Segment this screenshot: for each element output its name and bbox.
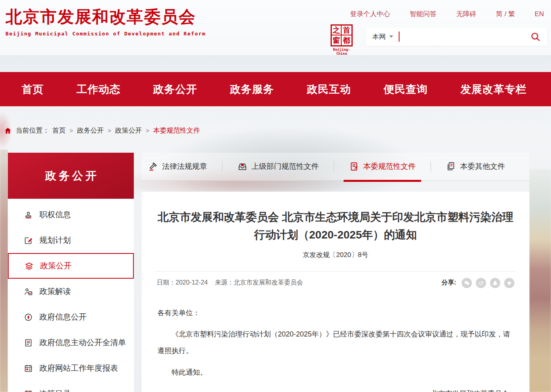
layers-icon [24, 261, 34, 271]
article-date: 2020-12-24 [176, 279, 208, 286]
article-source: 北京市发展和改革委员会 [234, 279, 303, 286]
search-button[interactable] [530, 31, 541, 42]
search-icon [530, 31, 541, 42]
tab-committee-normative-docs[interactable]: 本委规范性文件 [349, 153, 416, 181]
header-utility-links: 登录个人中心 智能问答 无障碍 简 / 繁 EN [350, 9, 544, 18]
accessibility-link[interactable]: 无障碍 [456, 9, 476, 18]
site-title: 北京市发展和改革委员会 [6, 8, 206, 26]
source-label: 来源： [215, 279, 234, 286]
tab-committee-other-docs[interactable]: 本委其他文件 [446, 153, 505, 181]
annual-report-icon [24, 364, 33, 373]
document-tabs: 法律法规规章 上级部门规范性文件 本委规范性文件 [142, 153, 529, 181]
document-number: 京发改规〔2020〕8号 [153, 250, 518, 259]
breadcrumb-home[interactable]: 首页 [52, 126, 66, 135]
sidebar-item-gov-info-disclosure[interactable]: 政府信息公开 [8, 304, 134, 330]
plan-edit-icon [24, 236, 33, 245]
english-link[interactable]: EN [534, 10, 544, 18]
search-bar: 本网 [366, 28, 547, 46]
qzone-share-icon[interactable] [504, 278, 514, 288]
tab-separator [222, 161, 222, 172]
tab-label: 上级部门规范性文件 [251, 161, 319, 172]
simplified-traditional-toggle[interactable]: 简 / 繁 [496, 9, 515, 18]
article-body: 各有关单位： 《北京市塑料污染治理行动计划（2020-2025年）》已经市委深改… [153, 288, 518, 392]
article-card: 北京市发展和改革委员会 北京市生态环境局关于印发北京市塑料污染治理行动计划（20… [142, 192, 529, 392]
seal-char: 首 [342, 26, 351, 35]
share-label: 分享: [442, 279, 456, 287]
sidebar-item-label: 政府网站工作年度报表 [39, 363, 118, 374]
search-input[interactable] [405, 29, 530, 44]
sidebar-item-website-annual-report[interactable]: 政府网站工作年度报表 [8, 355, 134, 381]
stamp-icon [24, 210, 33, 220]
list-doc-icon [24, 338, 33, 348]
main-navbar: 首页 工作动态 政务公开 政务服务 政民互动 便民查询 发展改革专栏 [0, 72, 551, 106]
sidebar-item-authority-info[interactable]: 职权信息 [8, 202, 134, 227]
chevron-down-icon [389, 35, 393, 38]
nav-item-gov-services[interactable]: 政务服务 [230, 82, 274, 96]
sidebar-header: 政务公开 [8, 153, 134, 199]
tab-label: 本委其他文件 [460, 161, 505, 172]
breadcrumb-gov-disclosure[interactable]: 政务公开 [66, 126, 104, 135]
sidebar-item-decision-catalog[interactable]: 决策目录 [8, 381, 134, 392]
smart-qa-link[interactable]: 智能问答 [410, 9, 436, 18]
copy-docs-icon [446, 161, 456, 172]
sidebar-item-planning[interactable]: 规划计划 [8, 227, 134, 253]
site-subtitle: Beijing Municipal Commission of Developm… [6, 31, 206, 37]
nav-item-gov-disclosure[interactable]: 政务公开 [153, 82, 197, 96]
background-left-strip [0, 150, 8, 392]
interpretation-icon [24, 287, 33, 296]
sidebar-item-label: 职权信息 [39, 209, 71, 220]
breadcrumb: 当前位置： 首页 政务公开 政策公开 本委规范性文件 [4, 126, 200, 135]
sidebar-item-label: 政策公开 [40, 261, 72, 271]
doc-pen-icon [349, 161, 359, 172]
breadcrumb-current: 本委规范性文件 [142, 126, 200, 135]
sidebar-item-label: 政府信息公开 [39, 312, 87, 322]
date-label: 日期： [157, 279, 176, 286]
nav-item-reform-column[interactable]: 发展改革专栏 [460, 82, 527, 96]
wechat-share-icon[interactable] [462, 278, 472, 288]
search-divider [399, 31, 399, 42]
sidebar: 政务公开 职权信息 规划计划 政策公开 [8, 153, 134, 392]
sidebar-item-label: 政策解读 [39, 286, 71, 297]
tab-separator [431, 161, 431, 172]
seal-char: 之 [332, 26, 342, 35]
search-scope-dropdown[interactable]: 本网 [372, 32, 393, 41]
sidebar-item-policy-interpretation[interactable]: 政策解读 [8, 279, 134, 304]
main-content: 法律法规规章 上级部门规范性文件 本委规范性文件 [142, 153, 529, 392]
seal-icon: 之 首 窗 都 [331, 24, 353, 46]
paragraph-2: 特此通知。 [157, 364, 514, 381]
home-icon[interactable] [4, 127, 12, 135]
tab-label: 本委规范性文件 [363, 161, 416, 172]
breadcrumb-policy-disclosure[interactable]: 政策公开 [104, 126, 142, 135]
login-personal-center-link[interactable]: 登录个人中心 [350, 9, 390, 18]
nav-item-public-interaction[interactable]: 政民互动 [307, 82, 351, 96]
search-scope-label: 本网 [372, 32, 386, 41]
nav-item-convenient-inquiry[interactable]: 便民查询 [384, 82, 428, 96]
article-title: 北京市发展和改革委员会 北京市生态环境局关于印发北京市塑料污染治理行动计划（20… [153, 208, 518, 244]
salutation: 各有关单位： [157, 305, 514, 321]
gavel-icon [148, 161, 158, 172]
sidebar-item-label: 决策目录 [39, 388, 71, 392]
tab-laws-regulations[interactable]: 法律法规规章 [148, 153, 207, 181]
sidebar-item-policy-disclosure[interactable]: 政策公开 [8, 253, 134, 279]
inbox-doc-icon [237, 161, 248, 172]
nav-item-home[interactable]: 首页 [22, 82, 44, 96]
breadcrumb-label: 当前位置： [16, 126, 49, 135]
sidebar-menu: 职权信息 规划计划 政策公开 政策解读 [8, 199, 134, 392]
site-logo[interactable]: 北京市发展和改革委员会 Beijing Municipal Commission… [6, 8, 206, 37]
weibo-share-icon[interactable] [476, 278, 486, 288]
share-bar: 分享: [442, 278, 514, 288]
paragraph-1: 《北京市塑料污染治理行动计划（2020-2025年）》已经市委深改委第十四次会议… [157, 326, 514, 359]
tab-separator [334, 161, 334, 172]
qq-share-icon[interactable] [490, 278, 500, 288]
nav-item-work-news[interactable]: 工作动态 [76, 82, 120, 96]
sidebar-item-proactive-disclosure-list[interactable]: 政府信息主动公开全清单 [8, 330, 134, 355]
sidebar-item-label: 政府信息主动公开全清单 [39, 337, 126, 348]
beijing-capital-window-seal[interactable]: 之 首 窗 都 Beijing-China [329, 24, 354, 55]
seal-char: 窗 [332, 35, 342, 45]
meta-row: 日期：2020-12-24来源：北京市发展和改革委员会 分享: [153, 272, 518, 288]
catalog-icon [24, 389, 33, 392]
background-right-strip [529, 169, 551, 392]
tab-label: 法律法规规章 [162, 161, 207, 172]
seal-char: 都 [342, 35, 351, 45]
tab-superior-normative-docs[interactable]: 上级部门规范性文件 [237, 153, 319, 181]
